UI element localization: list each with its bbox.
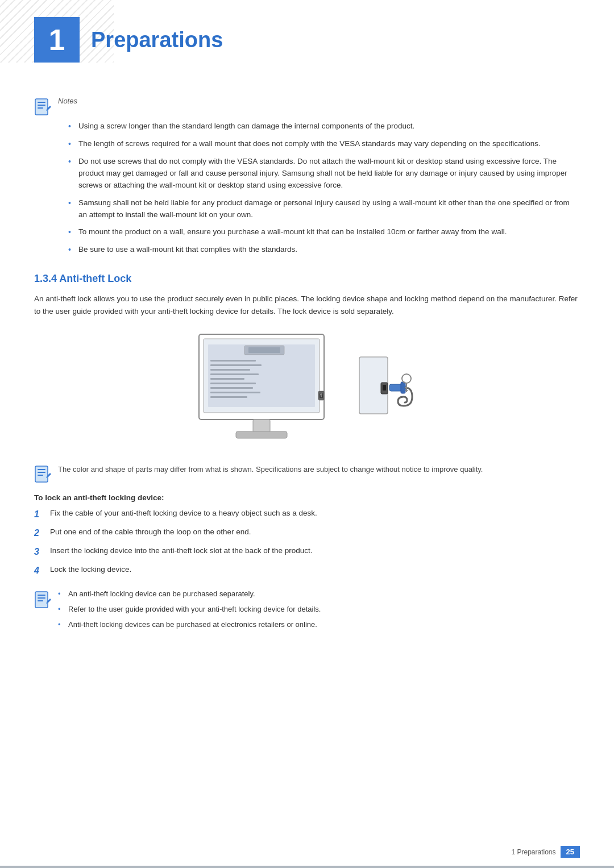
list-item: The length of screws required for a wall… [68, 138, 580, 150]
svg-point-22 [320, 393, 322, 396]
image-area [34, 329, 580, 454]
numbered-steps: 1 Fix the cable of your anti-theft locki… [34, 508, 580, 578]
step-number: 3 [34, 545, 50, 559]
step-text: Fix the cable of your anti-theft locking… [50, 508, 317, 520]
list-item: An anti-theft locking device can be purc… [58, 588, 321, 600]
page-bottom-line [0, 866, 614, 868]
monitor-svg [188, 329, 347, 454]
svg-point-29 [402, 374, 411, 383]
svg-rect-0 [35, 99, 48, 115]
list-item: To mount the product on a wall, ensure y… [68, 226, 580, 238]
footer-page-number: 25 [561, 846, 580, 858]
notes-label: Notes [58, 97, 77, 105]
antitheft-section: 1.3.4 Anti-theft Lock An anti-theft lock… [34, 273, 580, 634]
svg-rect-12 [210, 373, 259, 375]
svg-rect-9 [210, 360, 256, 362]
monitor-diagram [188, 329, 426, 454]
svg-rect-23 [321, 396, 322, 397]
step-text: Put one end of the cable through the loo… [50, 526, 251, 538]
list-item: 3 Insert the locking device into the ant… [34, 545, 580, 559]
notes-container: Notes Using a screw longer than the stan… [34, 97, 580, 256]
svg-rect-36 [38, 475, 43, 476]
svg-rect-14 [210, 383, 256, 384]
list-item: Using a screw longer than the standard l… [68, 121, 580, 132]
svg-rect-1 [38, 102, 45, 103]
svg-rect-3 [38, 107, 43, 109]
svg-rect-34 [38, 469, 45, 470]
lock-detail-svg [358, 351, 426, 431]
chapter-title: Preparations [91, 17, 223, 63]
svg-rect-40 [38, 600, 43, 601]
svg-rect-35 [38, 472, 45, 473]
list-item: Samsung shall not be held liable for any… [68, 197, 580, 221]
svg-rect-18 [253, 420, 270, 432]
chapter-header: 1 Preparations [34, 17, 580, 63]
notes-block: Notes [34, 97, 580, 116]
steps-heading: To lock an anti-theft locking device: [34, 493, 580, 502]
svg-rect-17 [210, 396, 247, 398]
step-number: 1 [34, 508, 50, 522]
section-body: An anti-theft lock allows you to use the… [34, 293, 580, 317]
note-inline-icon [34, 465, 52, 483]
step-text: Lock the locking device. [50, 564, 131, 576]
note-subbullet-icon [34, 591, 52, 609]
svg-rect-19 [236, 431, 287, 438]
step-number: 4 [34, 564, 50, 578]
svg-rect-16 [210, 392, 260, 393]
footer-text: 1 Preparations [511, 848, 555, 856]
note-inline-text: The color and shape of parts may differ … [58, 464, 483, 475]
step-number: 2 [34, 526, 50, 541]
page-footer: 1 Preparations 25 [511, 846, 580, 858]
section-heading: 1.3.4 Anti-theft Lock [34, 273, 580, 285]
list-item: 1 Fix the cable of your anti-theft locki… [34, 508, 580, 522]
list-item: 4 Lock the locking device. [34, 564, 580, 578]
list-item: Anti-theft locking devices can be purcha… [58, 619, 321, 630]
chapter-number: 1 [34, 17, 80, 63]
svg-rect-2 [38, 105, 45, 106]
svg-rect-33 [35, 466, 48, 482]
svg-rect-38 [38, 595, 45, 596]
step-text: Insert the locking device into the anti-… [50, 545, 313, 557]
svg-rect-10 [210, 364, 262, 366]
note-subbullet-block: An anti-theft locking device can be purc… [34, 588, 580, 634]
svg-rect-37 [35, 592, 48, 608]
notes-bullet-list: Using a screw longer than the standard l… [68, 121, 580, 256]
svg-rect-8 [248, 347, 280, 353]
list-item: 2 Put one end of the cable through the l… [34, 526, 580, 541]
sub-bullet-list: An anti-theft locking device can be purc… [58, 588, 321, 634]
svg-rect-11 [210, 369, 250, 371]
svg-rect-15 [210, 387, 253, 389]
list-item: Do not use screws that do not comply wit… [68, 156, 580, 192]
svg-rect-13 [210, 378, 244, 380]
notes-icon [34, 98, 52, 116]
svg-rect-39 [38, 597, 45, 599]
note-inline-block: The color and shape of parts may differ … [34, 464, 580, 483]
page-wrapper: 1 Preparations Notes Using a screw longe… [0, 0, 614, 668]
list-item: Refer to the user guide provided with yo… [58, 604, 321, 615]
svg-rect-26 [383, 385, 386, 391]
list-item: Be sure to use a wall-mount kit that com… [68, 244, 580, 256]
